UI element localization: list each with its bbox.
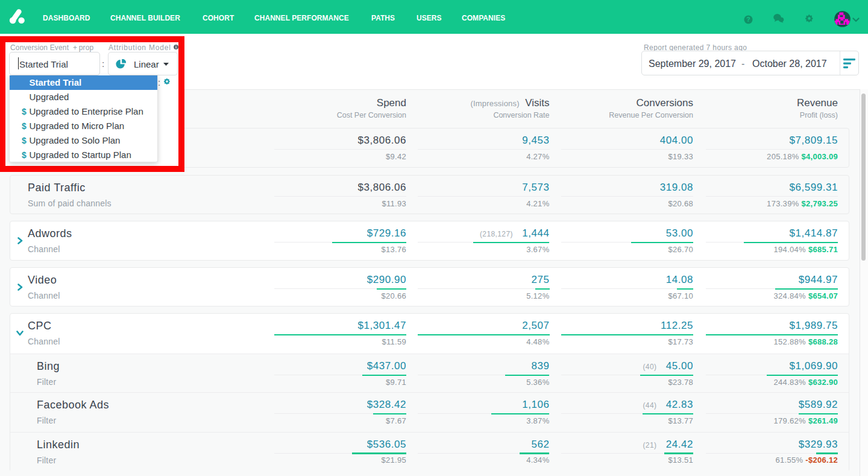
svg-text:?: ? xyxy=(746,16,750,23)
